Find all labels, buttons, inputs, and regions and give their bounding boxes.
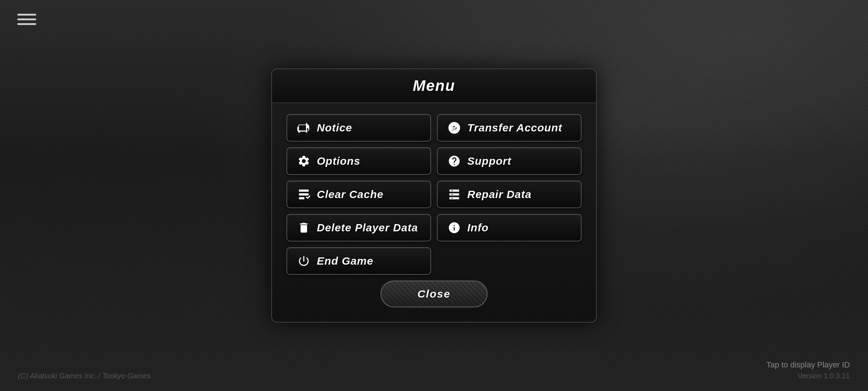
clear-cache-button[interactable]: Clear Cache xyxy=(286,181,431,208)
close-button[interactable]: Close xyxy=(380,281,488,307)
transfer-icon: ⇄ xyxy=(448,121,461,134)
megaphone-icon xyxy=(297,121,310,134)
support-button[interactable]: Support xyxy=(437,147,582,175)
modal-title: Menu xyxy=(413,77,455,94)
info-icon xyxy=(448,221,461,234)
modal-header: Menu xyxy=(272,69,596,103)
modal-overlay: Menu Notice ⇄ Transfer Ac xyxy=(0,0,868,391)
svg-rect-4 xyxy=(299,197,305,199)
clear-cache-icon xyxy=(297,188,310,201)
menu-modal: Menu Notice ⇄ Transfer Ac xyxy=(271,68,597,323)
svg-rect-2 xyxy=(299,190,309,192)
notice-label: Notice xyxy=(317,122,352,134)
repair-data-label: Repair Data xyxy=(467,188,532,201)
end-game-button[interactable]: End Game xyxy=(286,247,431,275)
hamburger-menu-button[interactable] xyxy=(14,11,39,28)
gear-icon xyxy=(297,155,310,168)
delete-player-data-label: Delete Player Data xyxy=(317,222,418,234)
close-label: Close xyxy=(417,288,451,300)
end-game-label: End Game xyxy=(317,255,373,267)
power-icon xyxy=(297,255,310,268)
svg-rect-3 xyxy=(299,193,309,196)
hamburger-line-2 xyxy=(17,18,36,20)
support-label: Support xyxy=(467,155,511,167)
transfer-account-button[interactable]: ⇄ Transfer Account xyxy=(437,114,582,142)
transfer-account-label: Transfer Account xyxy=(467,122,562,134)
repair-data-button[interactable]: Repair Data xyxy=(437,181,582,208)
clear-cache-label: Clear Cache xyxy=(317,188,383,201)
tap-player-id-button[interactable]: Tap to display Player ID xyxy=(766,360,850,370)
svg-rect-6 xyxy=(450,193,459,196)
version-text: Version 1.0.3.11 xyxy=(797,372,850,380)
info-button[interactable]: Info xyxy=(437,214,582,241)
delete-player-data-button[interactable]: Delete Player Data xyxy=(286,214,431,241)
end-game-row: End Game xyxy=(272,247,596,275)
svg-rect-5 xyxy=(450,190,459,192)
info-label: Info xyxy=(467,222,489,234)
trash-icon xyxy=(297,221,310,234)
svg-text:⇄: ⇄ xyxy=(451,125,456,131)
close-button-row: Close xyxy=(272,281,596,307)
svg-rect-7 xyxy=(450,197,459,199)
copyright-text: (C) Akatsuki Games Inc. / Tookyo Games xyxy=(18,372,150,380)
footer-right: Tap to display Player ID Version 1.0.3.1… xyxy=(766,360,850,380)
buttons-grid: Notice ⇄ Transfer Account Op xyxy=(272,114,596,241)
options-button[interactable]: Options xyxy=(286,147,431,175)
options-label: Options xyxy=(317,155,360,167)
question-icon xyxy=(448,155,461,168)
hamburger-line-3 xyxy=(17,23,36,25)
notice-button[interactable]: Notice xyxy=(286,114,431,142)
repair-icon xyxy=(448,188,461,201)
hamburger-line-1 xyxy=(17,14,36,16)
